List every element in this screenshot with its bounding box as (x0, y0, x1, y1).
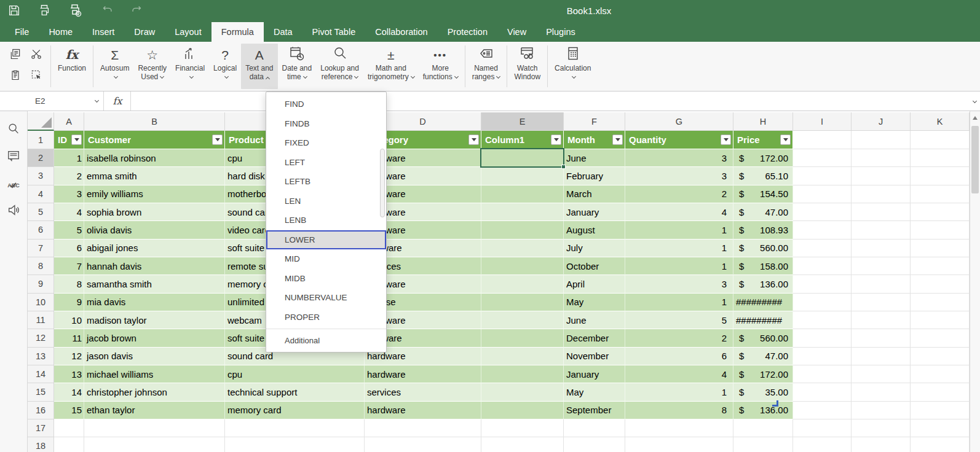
cell-H12[interactable]: $560.00 (733, 329, 793, 347)
save-button[interactable] (4, 3, 25, 20)
cell-A8[interactable]: 7 (54, 257, 84, 275)
tab-home[interactable]: Home (39, 22, 82, 42)
cell-C17[interactable] (225, 419, 365, 437)
cell-J5[interactable] (852, 203, 911, 221)
cell-reference-box[interactable]: E2 (28, 92, 104, 111)
cell-I5[interactable] (793, 203, 852, 221)
ribbon-named-ranges-button[interactable]: Named ranges (468, 44, 505, 89)
vertical-scrollbar[interactable] (970, 111, 980, 452)
cell-J18[interactable] (852, 437, 911, 452)
row-header-17[interactable]: 17 (28, 419, 54, 437)
cell-I15[interactable] (793, 383, 852, 401)
cell-I6[interactable] (793, 221, 852, 239)
cell-A2[interactable]: 1 (54, 149, 84, 167)
cell-F3[interactable]: February (564, 167, 625, 185)
cell-H6[interactable]: $108.93 (733, 221, 793, 239)
copy-button[interactable] (5, 45, 26, 66)
cell-E7[interactable] (481, 240, 564, 257)
tab-collaboration[interactable]: Collaboration (365, 22, 437, 42)
cell-J15[interactable] (852, 383, 911, 401)
cell-H10[interactable]: ######### (733, 294, 793, 311)
cell-H4[interactable]: $154.50 (733, 185, 793, 203)
menu-item-fixed[interactable]: FIXED (266, 133, 386, 153)
row-header-5[interactable]: 5 (28, 203, 54, 221)
cell-G4[interactable]: 2 (625, 185, 733, 203)
cell-A14[interactable]: 13 (54, 365, 84, 383)
cell-I16[interactable] (793, 402, 852, 419)
menu-item-left[interactable]: LEFT (266, 153, 386, 173)
cell-E12[interactable] (481, 329, 564, 347)
cell-B2[interactable]: isabella robinson (84, 149, 225, 167)
cell-F2[interactable]: June (564, 149, 625, 167)
cell-B14[interactable]: michael williams (84, 365, 225, 383)
tab-view[interactable]: View (497, 22, 536, 42)
cell-E15[interactable] (481, 383, 564, 401)
cell-B11[interactable]: madison taylor (84, 311, 225, 329)
cell-A5[interactable]: 4 (54, 203, 84, 221)
ribbon-more-functions-button[interactable]: ••• More functions (419, 44, 462, 89)
tab-protection[interactable]: Protection (438, 22, 497, 42)
row-header-3[interactable]: 3 (28, 167, 54, 185)
cell-I1[interactable] (793, 131, 852, 149)
menu-item-find[interactable]: FIND (266, 95, 386, 114)
cell-J13[interactable] (852, 348, 911, 365)
filter-button-id[interactable] (71, 134, 82, 145)
cell-A6[interactable]: 5 (54, 221, 84, 239)
select-button[interactable] (26, 66, 47, 87)
cell-E17[interactable] (481, 419, 564, 437)
cell-I8[interactable] (793, 257, 852, 275)
column-header-I[interactable]: I (793, 112, 852, 131)
cell-F13[interactable]: November (564, 348, 625, 365)
cell-J4[interactable] (852, 185, 911, 203)
cell-J10[interactable] (852, 294, 911, 311)
print-button[interactable] (34, 3, 55, 20)
cell-B8[interactable]: hannah davis (84, 257, 225, 275)
cell-F8[interactable]: October (564, 257, 625, 275)
cell-E11[interactable] (481, 311, 564, 329)
table-header-column1[interactable]: Column1 (481, 131, 564, 149)
cell-I12[interactable] (793, 329, 852, 347)
cell-H11[interactable]: ######### (733, 311, 793, 329)
cell-F15[interactable]: May (564, 383, 625, 401)
cell-J14[interactable] (852, 365, 911, 383)
cell-J3[interactable] (852, 167, 911, 185)
cell-H17[interactable] (733, 419, 793, 437)
cell-E2[interactable] (481, 149, 564, 167)
cell-B9[interactable]: samantha smith (84, 275, 225, 293)
cell-E18[interactable] (481, 437, 564, 452)
undo-button[interactable] (97, 3, 118, 20)
cell-K13[interactable] (911, 348, 970, 365)
cell-K5[interactable] (911, 203, 970, 221)
cell-E4[interactable] (481, 185, 564, 203)
cell-B18[interactable] (84, 437, 225, 452)
cell-F16[interactable]: September (564, 402, 625, 419)
cell-K16[interactable] (911, 402, 970, 419)
cell-C15[interactable]: technical support (225, 383, 365, 401)
insert-function-button[interactable]: fx (105, 92, 131, 111)
ribbon-watch-window-button[interactable]: Watch Window (510, 44, 545, 89)
cell-A17[interactable] (54, 419, 84, 437)
cell-K8[interactable] (911, 257, 970, 275)
cell-I9[interactable] (793, 275, 852, 293)
cell-H5[interactable]: $47.00 (733, 203, 793, 221)
menu-item-findb[interactable]: FINDB (266, 114, 386, 134)
cell-A10[interactable]: 9 (54, 294, 84, 311)
cell-F10[interactable]: May (564, 294, 625, 311)
cell-G6[interactable]: 1 (625, 221, 733, 239)
cell-A11[interactable]: 10 (54, 311, 84, 329)
cell-K11[interactable] (911, 311, 970, 329)
cell-F14[interactable]: January (564, 365, 625, 383)
cell-K6[interactable] (911, 221, 970, 239)
cell-J7[interactable] (852, 240, 911, 257)
tab-draw[interactable]: Draw (124, 22, 165, 42)
menu-item-mid[interactable]: MID (266, 249, 386, 269)
formula-input[interactable] (132, 92, 965, 111)
cell-A12[interactable]: 11 (54, 329, 84, 347)
cell-I2[interactable] (793, 149, 852, 167)
cell-J1[interactable] (852, 131, 911, 149)
row-header-15[interactable]: 15 (28, 383, 54, 401)
column-header-H[interactable]: H (733, 112, 793, 131)
cell-H7[interactable]: $560.00 (733, 240, 793, 257)
spellcheck-button[interactable]: ABC (0, 174, 27, 195)
cell-D18[interactable] (365, 437, 481, 452)
